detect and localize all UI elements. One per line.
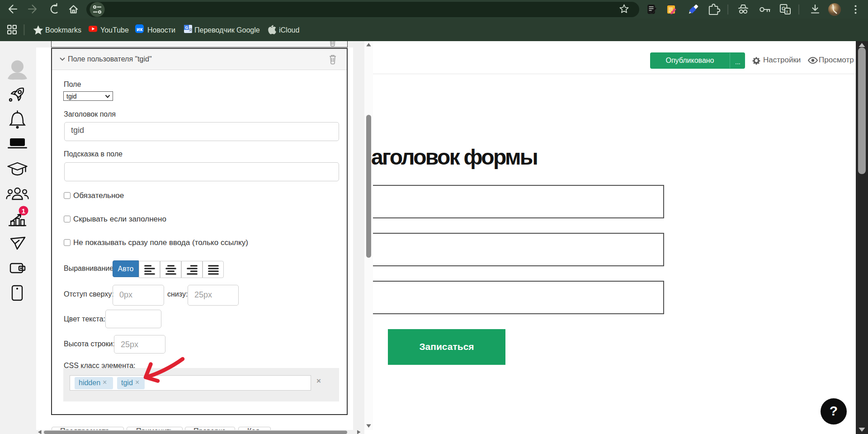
- svg-text:ик: ик: [137, 26, 143, 33]
- svg-text:Bookmarks: Bookmarks: [45, 26, 81, 34]
- svg-text:Переводчик Google: Переводчик Google: [194, 26, 260, 34]
- svg-text:YouTube: YouTube: [100, 26, 129, 34]
- svg-text:x: x: [786, 9, 788, 14]
- svg-text:G: G: [185, 25, 189, 30]
- svg-text:Новости: Новости: [147, 26, 175, 34]
- svg-text:1: 1: [22, 207, 25, 215]
- svg-text:iCloud: iCloud: [279, 26, 299, 34]
